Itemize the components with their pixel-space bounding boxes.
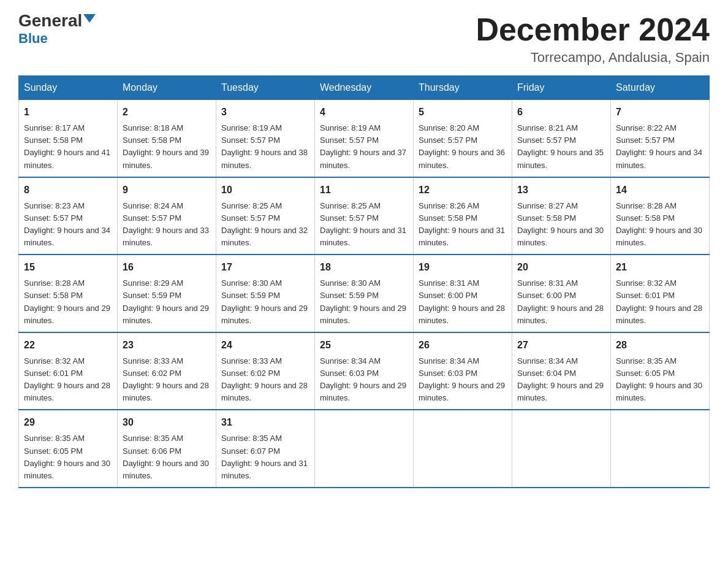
day-info: Sunrise: 8:33 AMSunset: 6:02 PMDaylight:…	[221, 355, 309, 405]
calendar-cell-w4-d5: 27 Sunrise: 8:34 AMSunset: 6:04 PMDaylig…	[512, 332, 611, 410]
calendar-cell-w2-d4: 12 Sunrise: 8:26 AMSunset: 5:58 PMDaylig…	[414, 177, 512, 255]
day-number: 31	[221, 415, 309, 430]
day-number: 30	[123, 415, 211, 430]
calendar-cell-w2-d6: 14 Sunrise: 8:28 AMSunset: 5:58 PMDaylig…	[611, 177, 710, 255]
page-header: General Blue December 2024 Torrecampo, A…	[18, 12, 710, 66]
calendar-cell-w5-d2: 31 Sunrise: 8:35 AMSunset: 6:07 PMDaylig…	[216, 410, 315, 488]
day-number: 18	[320, 260, 408, 275]
calendar-header-row: Sunday Monday Tuesday Wednesday Thursday…	[19, 76, 710, 100]
calendar-cell-w2-d0: 8 Sunrise: 8:23 AMSunset: 5:57 PMDayligh…	[19, 177, 118, 255]
calendar-week-4: 22 Sunrise: 8:32 AMSunset: 6:01 PMDaylig…	[19, 332, 710, 410]
calendar-week-1: 1 Sunrise: 8:17 AMSunset: 5:58 PMDayligh…	[19, 100, 710, 177]
calendar-cell-w4-d4: 26 Sunrise: 8:34 AMSunset: 6:03 PMDaylig…	[414, 332, 512, 410]
day-number: 9	[123, 183, 211, 197]
header-thursday: Thursday	[414, 76, 512, 100]
header-friday: Friday	[512, 76, 611, 100]
day-info: Sunrise: 8:18 AMSunset: 5:58 PMDaylight:…	[123, 122, 211, 172]
header-monday: Monday	[118, 76, 216, 100]
day-info: Sunrise: 8:27 AMSunset: 5:58 PMDaylight:…	[517, 200, 605, 250]
calendar-cell-w5-d0: 29 Sunrise: 8:35 AMSunset: 6:05 PMDaylig…	[19, 410, 118, 488]
calendar-cell-w5-d5	[512, 410, 611, 488]
calendar-cell-w1-d1: 2 Sunrise: 8:18 AMSunset: 5:58 PMDayligh…	[118, 100, 216, 177]
day-info: Sunrise: 8:30 AMSunset: 5:59 PMDaylight:…	[221, 277, 309, 327]
header-wednesday: Wednesday	[315, 76, 414, 100]
month-title: December 2024	[476, 12, 710, 47]
calendar-cell-w1-d0: 1 Sunrise: 8:17 AMSunset: 5:58 PMDayligh…	[19, 100, 118, 177]
calendar-cell-w4-d6: 28 Sunrise: 8:35 AMSunset: 6:05 PMDaylig…	[611, 332, 710, 410]
day-info: Sunrise: 8:20 AMSunset: 5:57 PMDaylight:…	[419, 122, 507, 172]
day-info: Sunrise: 8:29 AMSunset: 5:59 PMDaylight:…	[123, 277, 211, 327]
day-info: Sunrise: 8:31 AMSunset: 6:00 PMDaylight:…	[517, 277, 605, 327]
day-info: Sunrise: 8:17 AMSunset: 5:58 PMDaylight:…	[24, 122, 112, 172]
calendar-cell-w4-d1: 23 Sunrise: 8:33 AMSunset: 6:02 PMDaylig…	[118, 332, 216, 410]
day-number: 15	[24, 260, 112, 275]
header-saturday: Saturday	[611, 76, 710, 100]
day-info: Sunrise: 8:26 AMSunset: 5:58 PMDaylight:…	[419, 200, 507, 250]
day-info: Sunrise: 8:34 AMSunset: 6:03 PMDaylight:…	[320, 355, 408, 405]
calendar-cell-w1-d4: 5 Sunrise: 8:20 AMSunset: 5:57 PMDayligh…	[414, 100, 512, 177]
day-number: 4	[320, 105, 408, 120]
calendar-cell-w5-d3	[315, 410, 414, 488]
calendar-week-5: 29 Sunrise: 8:35 AMSunset: 6:05 PMDaylig…	[19, 410, 710, 488]
header-tuesday: Tuesday	[216, 76, 315, 100]
logo-general: General	[18, 12, 82, 29]
day-number: 24	[221, 338, 309, 353]
calendar-cell-w3-d5: 20 Sunrise: 8:31 AMSunset: 6:00 PMDaylig…	[512, 255, 611, 332]
day-info: Sunrise: 8:19 AMSunset: 5:57 PMDaylight:…	[320, 122, 408, 172]
day-info: Sunrise: 8:23 AMSunset: 5:57 PMDaylight:…	[24, 200, 112, 250]
day-number: 1	[24, 105, 112, 120]
day-info: Sunrise: 8:34 AMSunset: 6:04 PMDaylight:…	[517, 355, 605, 405]
day-info: Sunrise: 8:34 AMSunset: 6:03 PMDaylight:…	[419, 355, 507, 405]
day-info: Sunrise: 8:31 AMSunset: 6:00 PMDaylight:…	[419, 277, 507, 327]
day-info: Sunrise: 8:35 AMSunset: 6:07 PMDaylight:…	[221, 432, 309, 482]
day-number: 25	[320, 338, 408, 353]
calendar-cell-w4-d3: 25 Sunrise: 8:34 AMSunset: 6:03 PMDaylig…	[315, 332, 414, 410]
calendar-cell-w3-d0: 15 Sunrise: 8:28 AMSunset: 5:58 PMDaylig…	[19, 255, 118, 332]
calendar-cell-w3-d2: 17 Sunrise: 8:30 AMSunset: 5:59 PMDaylig…	[216, 255, 315, 332]
calendar-cell-w5-d6	[611, 410, 710, 488]
day-info: Sunrise: 8:28 AMSunset: 5:58 PMDaylight:…	[24, 277, 112, 327]
day-info: Sunrise: 8:35 AMSunset: 6:06 PMDaylight:…	[123, 432, 211, 482]
calendar-cell-w2-d3: 11 Sunrise: 8:25 AMSunset: 5:57 PMDaylig…	[315, 177, 414, 255]
calendar-cell-w1-d2: 3 Sunrise: 8:19 AMSunset: 5:57 PMDayligh…	[216, 100, 315, 177]
header-sunday: Sunday	[19, 76, 118, 100]
day-number: 8	[24, 183, 112, 197]
day-number: 2	[123, 105, 211, 120]
calendar-cell-w4-d0: 22 Sunrise: 8:32 AMSunset: 6:01 PMDaylig…	[19, 332, 118, 410]
day-number: 11	[320, 183, 408, 197]
day-number: 23	[123, 338, 211, 353]
day-info: Sunrise: 8:35 AMSunset: 6:05 PMDaylight:…	[616, 355, 704, 405]
day-number: 20	[517, 260, 605, 275]
calendar-cell-w1-d5: 6 Sunrise: 8:21 AMSunset: 5:57 PMDayligh…	[512, 100, 611, 177]
day-number: 26	[419, 338, 507, 353]
calendar-cell-w3-d1: 16 Sunrise: 8:29 AMSunset: 5:59 PMDaylig…	[118, 255, 216, 332]
logo-triangle-icon	[83, 14, 96, 23]
day-number: 16	[123, 260, 211, 275]
calendar-cell-w4-d2: 24 Sunrise: 8:33 AMSunset: 6:02 PMDaylig…	[216, 332, 315, 410]
day-info: Sunrise: 8:33 AMSunset: 6:02 PMDaylight:…	[123, 355, 211, 405]
day-number: 3	[221, 105, 309, 120]
day-number: 12	[419, 183, 507, 197]
day-info: Sunrise: 8:30 AMSunset: 5:59 PMDaylight:…	[320, 277, 408, 327]
day-number: 14	[616, 183, 704, 197]
calendar-cell-w1-d6: 7 Sunrise: 8:22 AMSunset: 5:57 PMDayligh…	[611, 100, 710, 177]
logo: General Blue	[18, 12, 96, 47]
calendar-week-3: 15 Sunrise: 8:28 AMSunset: 5:58 PMDaylig…	[19, 255, 710, 332]
day-number: 5	[419, 105, 507, 120]
day-info: Sunrise: 8:28 AMSunset: 5:58 PMDaylight:…	[616, 200, 704, 250]
day-number: 28	[616, 338, 704, 353]
calendar-table: Sunday Monday Tuesday Wednesday Thursday…	[18, 75, 710, 488]
calendar-cell-w3-d3: 18 Sunrise: 8:30 AMSunset: 5:59 PMDaylig…	[315, 255, 414, 332]
day-info: Sunrise: 8:22 AMSunset: 5:57 PMDaylight:…	[616, 122, 704, 172]
day-number: 19	[419, 260, 507, 275]
calendar-cell-w5-d4	[414, 410, 512, 488]
day-number: 7	[616, 105, 704, 120]
logo-blue: Blue	[18, 31, 48, 47]
day-number: 27	[517, 338, 605, 353]
calendar-cell-w3-d6: 21 Sunrise: 8:32 AMSunset: 6:01 PMDaylig…	[611, 255, 710, 332]
title-section: December 2024 Torrecampo, Andalusia, Spa…	[476, 12, 710, 66]
day-number: 13	[517, 183, 605, 197]
day-info: Sunrise: 8:25 AMSunset: 5:57 PMDaylight:…	[221, 200, 309, 250]
day-number: 6	[517, 105, 605, 120]
day-info: Sunrise: 8:25 AMSunset: 5:57 PMDaylight:…	[320, 200, 408, 250]
